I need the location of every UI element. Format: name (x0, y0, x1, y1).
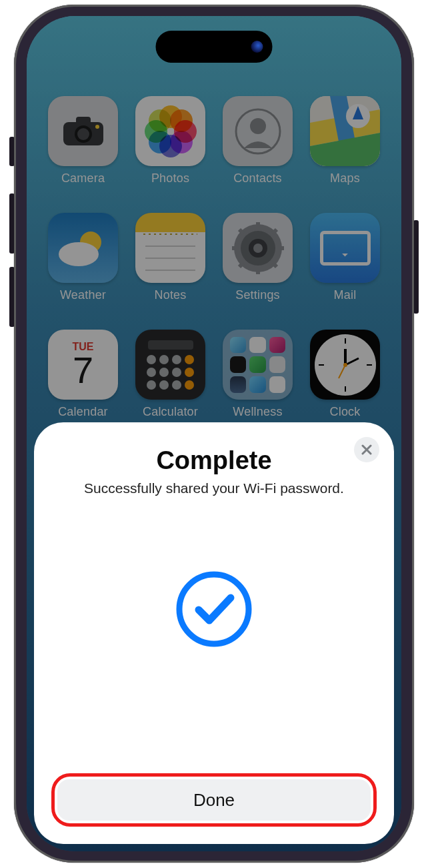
front-camera-icon (251, 41, 263, 53)
sheet-title: Complete (156, 446, 271, 475)
done-label: Done (193, 790, 235, 811)
share-complete-sheet: Complete Successfully shared your Wi-Fi … (34, 422, 394, 844)
dynamic-island (156, 31, 273, 63)
sheet-subtitle: Successfully shared your Wi-Fi password. (84, 480, 344, 496)
done-button-highlight: Done (51, 773, 377, 827)
screen: Camera Photos (27, 16, 401, 851)
close-icon (361, 444, 372, 455)
done-button[interactable]: Done (57, 779, 371, 821)
close-button[interactable] (354, 437, 379, 462)
phone-frame: Camera Photos (14, 5, 414, 863)
power-button[interactable] (413, 220, 419, 314)
svg-point-40 (179, 574, 249, 644)
checkmark-circle-icon (175, 570, 253, 648)
